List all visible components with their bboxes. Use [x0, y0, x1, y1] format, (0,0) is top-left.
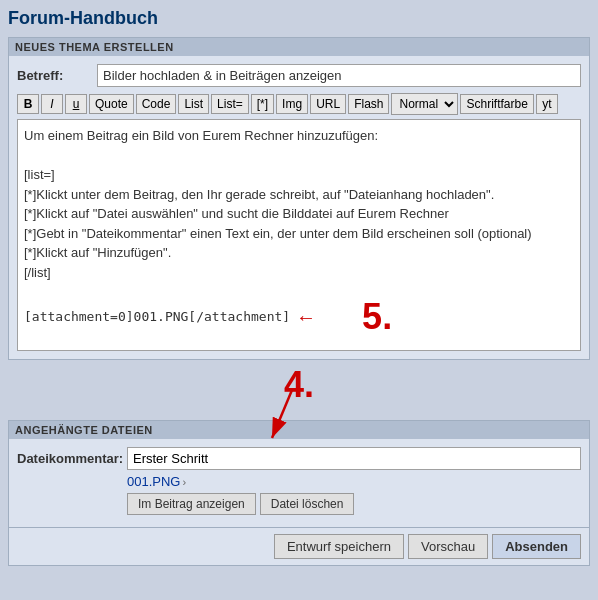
- file-comment-input[interactable]: [127, 447, 581, 470]
- file-link[interactable]: 001.PNG: [127, 474, 180, 489]
- yt-button[interactable]: yt: [536, 94, 558, 114]
- draft-button[interactable]: Entwurf speichern: [274, 534, 404, 559]
- code-button[interactable]: Code: [136, 94, 177, 114]
- subject-label: Betreff:: [17, 68, 97, 83]
- arrow-left-icon: ←: [296, 302, 316, 332]
- editor-toolbar: B I u Quote Code List List= [*] Img URL …: [17, 93, 581, 115]
- quote-button[interactable]: Quote: [89, 94, 134, 114]
- page-title: Forum-Handbuch: [8, 8, 590, 29]
- file-comment-label: Dateikommentar:: [17, 451, 127, 466]
- arrow-down-icon: [252, 390, 332, 445]
- file-chevron-icon: ›: [182, 476, 186, 488]
- img-button[interactable]: Img: [276, 94, 308, 114]
- delete-file-button[interactable]: Datei löschen: [260, 493, 355, 515]
- new-topic-header: NEUES THEMA ERSTELLEN: [9, 38, 589, 56]
- annotation-5: 5.: [362, 290, 392, 344]
- submit-button[interactable]: Absenden: [492, 534, 581, 559]
- bold-button[interactable]: B: [17, 94, 39, 114]
- flash-button[interactable]: Flash: [348, 94, 389, 114]
- list-button[interactable]: List: [178, 94, 209, 114]
- show-in-post-button[interactable]: Im Beitrag anzeigen: [127, 493, 256, 515]
- middle-area: 4.: [8, 360, 590, 420]
- schriftfarbe-button[interactable]: Schriftfarbe: [460, 94, 533, 114]
- attachment-tag: [attachment=0]001.PNG[/attachment]: [24, 307, 290, 327]
- bottom-bar: Entwurf speichern Vorschau Absenden: [9, 527, 589, 565]
- underline-button[interactable]: u: [65, 94, 87, 114]
- list-eq-button[interactable]: List=: [211, 94, 249, 114]
- font-size-select[interactable]: Normal: [391, 93, 458, 115]
- editor-content: Um einem Beitrag ein Bild von Eurem Rech…: [24, 126, 574, 282]
- editor-area[interactable]: Um einem Beitrag ein Bild von Eurem Rech…: [17, 119, 581, 351]
- subject-input[interactable]: [97, 64, 581, 87]
- italic-button[interactable]: I: [41, 94, 63, 114]
- url-button[interactable]: URL: [310, 94, 346, 114]
- preview-button[interactable]: Vorschau: [408, 534, 488, 559]
- asterisk-button[interactable]: [*]: [251, 94, 274, 114]
- svg-line-1: [272, 390, 292, 438]
